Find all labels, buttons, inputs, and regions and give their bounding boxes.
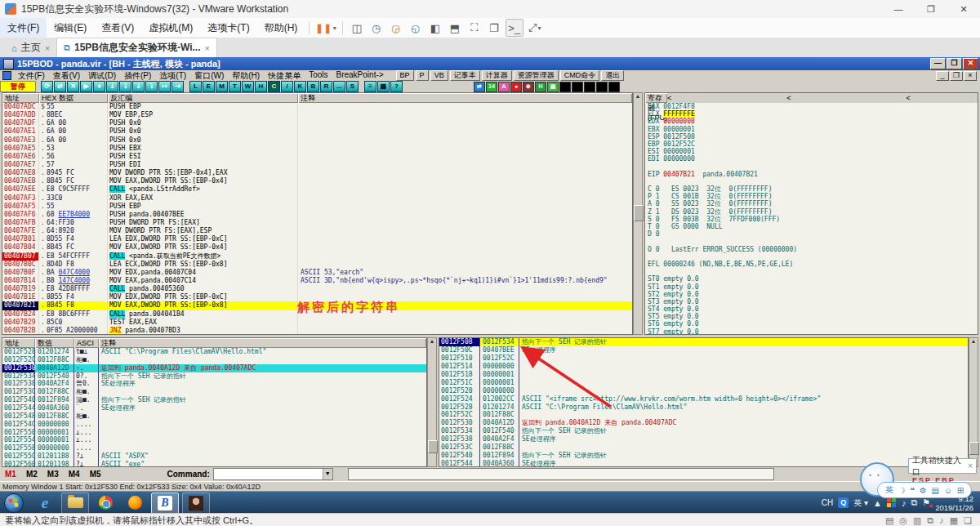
vmware-minimize-button[interactable]: — [882,0,915,18]
lang-en-indicator[interactable]: 英 ▾ [853,497,868,509]
library-panel-icon[interactable]: ◧ [427,20,443,36]
memory-tab-m5[interactable]: M5 [85,470,106,479]
register-line[interactable]: S 0 FS 003B 32位 7FFDF000(FFF) [645,216,978,223]
vmware-menu-item[interactable]: 虚拟机(M) [141,18,200,38]
registers-pane[interactable]: 寄存器 (FPU) < < < < < < < < < EAX 0012F4F8… [644,92,978,335]
snapshot-manager-icon[interactable]: ◵ [408,20,424,36]
register-line[interactable]: T 0 GS 0000 NULL [645,223,978,230]
console-icon[interactable]: >_ [506,19,523,37]
register-line[interactable]: EBX 00000001 [645,126,978,133]
dump-row[interactable]: 0012F5480012F88C柜■. [2,412,426,421]
olly-window-button[interactable]: W [242,81,254,92]
olly-restore-button[interactable]: ❐ [947,58,962,69]
taskbar-explorer-button[interactable] [61,493,89,514]
vmware-menu-item[interactable]: 查看(V) [94,18,141,38]
olly-close-button[interactable]: ✕ [963,58,978,69]
disassembly-pane[interactable]: 地址 HEX 数据 反汇编 注释 00407ADC$55PUSH EBP0040… [2,92,633,335]
olly-quick-button[interactable]: 记事本 [450,70,480,81]
tooltip-close-icon[interactable]: × [968,461,973,470]
disasm-row[interactable]: 00407B04.8B45 FCMOV EAX,DWORD PTR SS:[EB… [2,243,632,252]
olly-quick-button[interactable]: 退出 [601,70,624,81]
disasm-row[interactable]: 00407AE8.8945 FCMOV DWORD PTR SS:[EBP-0x… [2,169,632,177]
taskbar-chrome-button[interactable] [92,493,118,513]
olly-menu-item[interactable]: 查看(V) [49,70,84,82]
olly-toolbar-icon[interactable]: ▶ [80,81,92,92]
olly-toolbar-icon[interactable]: ⟳ [41,81,53,92]
disasm-row[interactable]: 00407AFB.64:FF30PUSH DWORD PTR FS:[EAX] [2,219,632,227]
plugin-icon[interactable]: ▣ [547,82,559,92]
olly-toolbar-icon[interactable]: ⇣ [106,81,118,92]
memory-tab-m1[interactable]: M1 [0,470,21,479]
network-icon[interactable]: ⧉ [911,497,917,508]
register-line[interactable]: ST6 empty 0.0 [645,320,978,328]
col-ascii[interactable]: ASCI [74,338,99,348]
taskbar-debugger-button[interactable]: B [151,493,179,514]
olly-menu-item[interactable]: Tools [305,70,332,82]
register-line[interactable]: A 0 SS 0023 32位 0(FFFFFFFF) [645,200,978,207]
col-value[interactable]: 数值 [35,338,74,348]
disasm-row[interactable]: 00407AF5.55PUSH EBP [2,203,632,211]
plugin-icon[interactable]: ⊗ [523,82,534,92]
col-comment[interactable]: 注释 [298,93,632,103]
disasm-row[interactable]: 00407B0F.BA 047C4000MOV EDX,panda.00407C… [2,269,632,277]
olly-menu-item[interactable]: 快捷菜单 [264,70,305,82]
memory-tab-m3[interactable]: M3 [42,470,64,479]
dump-pane[interactable]: 地址 数值 ASCI 注释 0012F52801201274t■⊥ASCII "… [2,337,427,467]
olly-quick-button[interactable]: VB [430,70,448,81]
stack-row[interactable]: 0012F5300040A12D返回到 panda.0040A12D 来自 pa… [439,419,968,427]
plugin-icon[interactable] [572,82,583,92]
tab-vm-close-icon[interactable]: × [205,43,210,53]
vmware-maximize-button[interactable]: ❐ [915,0,947,18]
register-group-buttons[interactable]: < < < < < < < < < [667,93,978,103]
taskbar-ie-button[interactable]: e [32,493,58,513]
disasm-row[interactable]: 00407B2B.0F85 A2000000JNZ panda.00407BD3 [2,327,632,335]
col-disasm[interactable]: 反汇编 [108,93,298,103]
dump-row[interactable]: 0012F55800000000.... [2,444,426,452]
stack-row[interactable]: 0012F51800000001 [439,371,968,379]
register-line[interactable]: EIP 00407B21 panda.00407B21 [645,171,978,178]
col-addr[interactable]: 地址 [2,338,35,348]
dump-row[interactable]: 0012F56001201198?⊥ASCII "exe" [2,461,426,467]
stack-row[interactable]: 0012F52C0012F88C [439,411,968,419]
disasm-row[interactable]: 00407AEB.8B45 FCMOV EAX,DWORD PTR SS:[EB… [2,177,632,185]
register-line[interactable]: O 0 LastErr ERROR_SUCCESS (00000000) [645,246,978,253]
register-line[interactable]: C 0 ES 0023 32位 0(FFFFFFFF) [645,185,978,193]
register-line[interactable] [645,238,978,245]
olly-menu-item[interactable]: 窗口(W) [190,70,228,82]
olly-quick-button[interactable]: BP [396,70,414,81]
stack-row[interactable]: 0012F5400012F894指向下一个 SEH 记录的指针 [439,452,968,460]
olly-window-button[interactable]: B [307,81,319,92]
col-address[interactable]: 地址 [2,93,39,103]
stack-pane[interactable]: 0012F5080012F534指向下一个 SEH 记录的指针0012F50C0… [439,337,969,467]
dump-row[interactable]: 0012F53C0012F88C柜■. [2,388,426,396]
stack-row[interactable]: 0012F5080012F534指向下一个 SEH 记录的指针 [439,338,968,346]
register-line[interactable]: P 1 CS 001B 32位 0(FFFFFFFF) [645,193,978,200]
register-line[interactable]: Z 1 DS 0023 32位 0(FFFFFFFF) [645,208,978,216]
olly-menu-item[interactable]: 文件(F) [14,70,49,82]
olly-toolbar-icon[interactable]: ⇄ [54,81,66,92]
olly-minimize-button[interactable]: — [930,58,946,69]
disasm-row[interactable]: 00407AE6.56PUSH ESI [2,153,632,161]
stack-row[interactable]: 0012F524012002CCASCII "<iframe src=http:… [439,395,968,403]
memory-tab-m4[interactable]: M4 [64,470,85,479]
olly-window-button[interactable]: K [294,81,306,92]
olly-quick-button[interactable]: CMD命令 [560,70,600,81]
register-line[interactable]: ESI 00000001 [645,148,978,155]
register-line[interactable]: ST1 empty 0.0 [645,283,978,291]
dump-scrollbar[interactable]: ▲ [427,337,437,467]
register-line[interactable]: ESP 0012F508 [645,133,978,140]
disasm-row[interactable]: 00407B29.85C0TEST EAX,EAX [2,319,632,327]
command-input[interactable]: ▼ [213,468,333,480]
olly-toolbar-icon[interactable]: ? [390,81,403,92]
olly-window-button[interactable]: C [268,81,280,92]
register-line[interactable]: ST5 empty 0.0 [645,313,978,320]
disasm-row[interactable]: 00407AFE.64:8920MOV DWORD PTR FS:[EAX],E… [2,227,632,235]
ollydbg-titlebar[interactable]: 15PBOD - panda.vir - [BH - 主线程, 模块 - pan… [0,57,980,70]
olly-quick-button[interactable]: 计算器 [482,70,512,81]
command-dropdown-icon[interactable]: ▼ [323,469,332,479]
olly-menu-item[interactable]: 选项(T) [155,70,190,82]
register-line[interactable]: ECX FFFFFFFE [645,110,978,118]
dump-row[interactable]: 0012F54C00000000.... [2,421,426,429]
snapshot-take-icon[interactable]: ◷ [368,20,385,36]
disasm-row[interactable]: 00407B0C.8D4D F8LEA ECX,DWORD PTR SS:[EB… [2,261,632,269]
